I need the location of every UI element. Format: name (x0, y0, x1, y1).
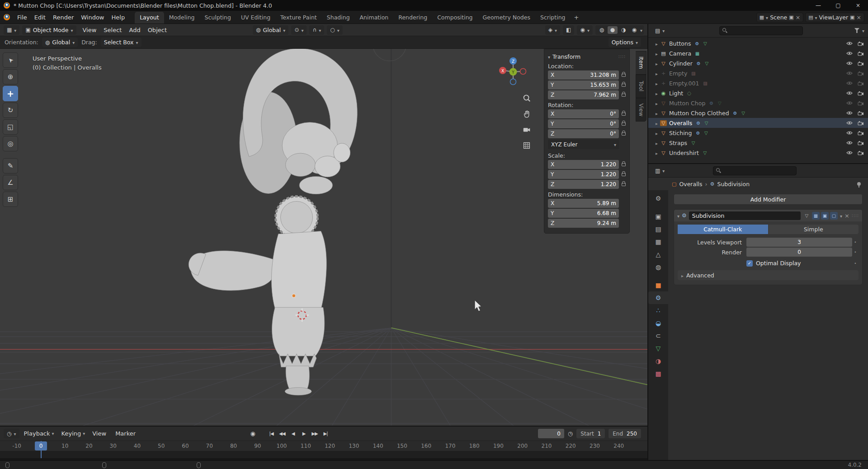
timeline-menu-item[interactable]: Marker (112, 430, 141, 437)
modifier-toggle[interactable]: ▽ (803, 212, 811, 220)
sidebar-tab[interactable]: Item (636, 51, 646, 75)
snap-dropdown[interactable]: ∩ (309, 25, 324, 35)
viewport-menu-item[interactable]: View (79, 27, 100, 33)
outliner-row[interactable]: ▽ Mutton Chop ⚙ ▽ (648, 98, 868, 108)
hide-in-viewport-toggle[interactable] (845, 71, 854, 75)
workspace-tab[interactable]: Scripting (535, 12, 571, 23)
properties-tab[interactable]: ⊂ (648, 329, 668, 342)
transport-button[interactable]: ◀ (288, 429, 298, 438)
shading-rendered-button[interactable]: ◉ (629, 26, 639, 34)
disclosure-icon[interactable] (656, 40, 658, 47)
properties-tab[interactable]: ▤ (648, 223, 668, 235)
collapse-icon[interactable] (677, 212, 679, 219)
tool-button[interactable]: ✎ (3, 158, 18, 174)
timeline-track-area[interactable] (0, 451, 647, 459)
disclosure-icon[interactable] (656, 130, 658, 136)
properties-tab[interactable]: ◍ (648, 261, 668, 273)
modifier-number-field[interactable]: 3 (746, 238, 852, 247)
playhead-frame-badge[interactable]: 0 (35, 441, 47, 450)
xray-toggle[interactable]: ◧ (563, 25, 574, 35)
tool-button[interactable]: ⊕ (3, 69, 18, 84)
menu-item[interactable]: Render (49, 13, 77, 22)
optimal-display-checkbox[interactable]: ✓ (746, 260, 753, 267)
tool-button[interactable]: + (3, 86, 18, 101)
transport-button[interactable]: ▶| (321, 429, 330, 438)
tool-button[interactable]: ➤ (3, 52, 18, 68)
hide-in-viewport-toggle[interactable] (845, 111, 854, 115)
outliner-row[interactable]: + Empty ▨ (648, 68, 868, 78)
hide-in-viewport-toggle[interactable] (845, 150, 854, 155)
mode-dropdown[interactable]: ▣ Object Mode (22, 25, 76, 35)
pin-icon[interactable] (857, 182, 861, 186)
location-field[interactable]: Y15.653 m (548, 80, 619, 89)
scale-field[interactable]: X1.220 (548, 160, 619, 169)
modifier-name-field[interactable]: Subdivision (689, 211, 801, 220)
tool-button[interactable]: ∠ (3, 175, 18, 190)
pivot-point-dropdown[interactable]: ⊙ (291, 25, 307, 35)
new-scene-icon[interactable]: ▣ (789, 14, 793, 20)
outliner-item-label[interactable]: Overalls (669, 120, 692, 127)
zoom-button[interactable] (521, 92, 533, 104)
outliner-row[interactable]: ▽ Stiching ⚙ ▽ (648, 128, 868, 138)
viewport-menu-item[interactable]: Add (125, 27, 144, 33)
rotation-field[interactable]: Y0° (548, 119, 619, 128)
sidebar-tab[interactable]: View (636, 98, 646, 122)
transport-button[interactable]: ▶▶ (310, 429, 320, 438)
properties-tab[interactable]: ■ (648, 279, 668, 291)
subdivision-type-button[interactable]: Simple (769, 225, 859, 234)
options-dropdown[interactable]: Options (609, 38, 641, 47)
subdivision-type-button[interactable]: Catmull-Clark (678, 225, 768, 234)
disable-in-renders-toggle[interactable] (856, 131, 865, 136)
disclosure-icon[interactable] (656, 90, 658, 97)
hide-in-viewport-toggle[interactable] (845, 131, 854, 135)
disclosure-icon[interactable] (656, 60, 658, 67)
disable-in-renders-toggle[interactable] (856, 71, 865, 76)
workspace-tab[interactable]: Shading (322, 12, 355, 23)
menu-item[interactable]: File (14, 13, 31, 22)
stopwatch-icon[interactable]: ◷ (568, 430, 573, 437)
lock-icon[interactable] (622, 183, 626, 186)
add-modifier-button[interactable]: Add Modifier (674, 194, 863, 205)
tool-button[interactable]: ⊞ (3, 192, 18, 207)
sidebar-tab[interactable]: Tool (636, 75, 646, 98)
dimension-field[interactable]: X5.89 m (548, 199, 619, 208)
outliner-item-label[interactable]: Buttons (669, 40, 691, 47)
location-field[interactable]: Z7.962 m (548, 90, 619, 99)
outliner-row[interactable]: ▽ Mutton Chop Clothed ⚙ ▽ (648, 108, 868, 118)
hide-in-viewport-toggle[interactable] (845, 141, 854, 145)
drag-handle-icon[interactable]: :::: (618, 54, 626, 59)
location-field[interactable]: X31.208 m (548, 70, 619, 80)
workspace-tab[interactable]: Layout (135, 12, 164, 23)
dimension-field[interactable]: Y6.68 m (548, 209, 619, 218)
disclosure-icon[interactable] (656, 110, 658, 117)
outliner-item-label[interactable]: Mutton Chop Clothed (669, 110, 729, 117)
lock-icon[interactable] (622, 122, 626, 126)
viewlayer-selector[interactable]: ▤ ViewLayer ▣ (805, 13, 864, 22)
viewport-menu-item[interactable]: Object (144, 27, 170, 33)
hide-in-viewport-toggle[interactable] (845, 41, 854, 46)
proportional-edit-dropdown[interactable]: ○ (327, 25, 343, 35)
outliner-item-label[interactable]: Stiching (669, 130, 692, 136)
editor-type-button[interactable]: ▦ (4, 25, 19, 35)
maximize-button[interactable]: ▢ (828, 0, 848, 11)
pan-hand-button[interactable] (521, 108, 533, 120)
disclosure-icon[interactable] (656, 100, 658, 107)
timeline-editor-type-button[interactable]: ◷ (4, 429, 19, 438)
end-frame-field[interactable]: End 250 (609, 429, 641, 438)
outliner-search-input[interactable] (730, 28, 800, 34)
unlink-scene-icon[interactable] (796, 14, 800, 21)
modifier-toggle[interactable]: ▣ (821, 212, 829, 220)
current-frame-field[interactable]: 0 (538, 429, 564, 438)
disable-in-renders-toggle[interactable] (856, 150, 865, 155)
animate-property-dot[interactable] (852, 250, 859, 254)
outliner-item-label[interactable]: Camera (669, 50, 691, 57)
lock-icon[interactable] (622, 132, 626, 136)
collapse-icon[interactable] (548, 53, 550, 60)
start-frame-field[interactable]: Start 1 (576, 429, 605, 438)
disable-in-renders-toggle[interactable] (856, 51, 865, 56)
modifier-toggle[interactable]: ▦ (812, 212, 820, 220)
workspace-tab[interactable]: Animation (355, 12, 394, 23)
lock-icon[interactable] (622, 163, 626, 166)
timeline-menu-item[interactable]: Keying▾ (58, 430, 89, 437)
drag-handle-icon[interactable]: :::: (852, 213, 859, 218)
